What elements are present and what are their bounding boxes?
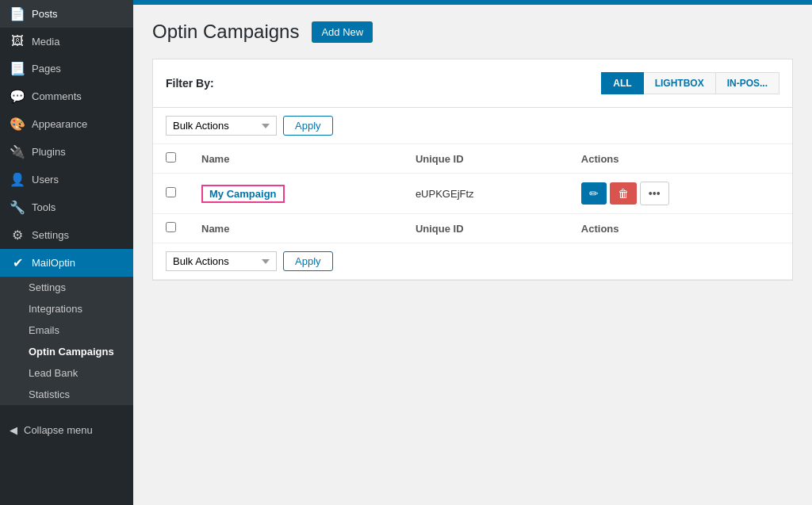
sidebar-item-users[interactable]: 👤 Users bbox=[0, 166, 133, 193]
header-name: Name bbox=[189, 144, 403, 174]
sidebar-item-posts[interactable]: 📄 Posts bbox=[0, 0, 133, 28]
sidebar-item-mailoptin[interactable]: ✔ MailOptin bbox=[0, 249, 133, 277]
select-all-checkbox[interactable] bbox=[166, 152, 176, 163]
sidebar-item-plugins[interactable]: 🔌 Plugins bbox=[0, 138, 133, 166]
filter-btn-lightbox[interactable]: LIGHTBOX bbox=[644, 72, 716, 94]
sidebar-submenu-item-emails[interactable]: Emails bbox=[0, 319, 133, 341]
header-check bbox=[153, 144, 189, 174]
appearance-icon: 🎨 bbox=[10, 117, 25, 132]
mailoptin-icon: ✔ bbox=[10, 255, 25, 270]
sidebar-submenu-item-optin[interactable]: Optin Campaigns bbox=[0, 341, 133, 362]
trash-icon: 🗑 bbox=[618, 187, 629, 200]
campaigns-table: Name Unique ID Actions My Campaign eUPKG… bbox=[153, 144, 792, 243]
plugins-icon: 🔌 bbox=[10, 144, 25, 159]
users-icon: 👤 bbox=[10, 172, 25, 187]
sidebar-item-label: MailOptin bbox=[32, 257, 75, 269]
sidebar-submenu-item-statistics[interactable]: Statistics bbox=[0, 384, 133, 405]
filter-btn-inpos[interactable]: IN-POS... bbox=[716, 72, 779, 94]
filter-buttons: ALL LIGHTBOX IN-POS... bbox=[601, 72, 779, 94]
footer-uid: Unique ID bbox=[403, 214, 569, 243]
table-footer-header-row: Name Unique ID Actions bbox=[153, 214, 792, 243]
row-uid: eUPKGEjFtz bbox=[403, 174, 569, 214]
table-row: My Campaign eUPKGEjFtz ✏ 🗑 bbox=[153, 174, 792, 214]
filter-label: Filter By: bbox=[166, 77, 214, 90]
sidebar-item-label: Pages bbox=[32, 63, 61, 75]
page-title: Optin Campaigns bbox=[152, 21, 299, 43]
mailoptin-submenu: Settings Integrations Emails Optin Campa… bbox=[0, 277, 133, 405]
sidebar-item-comments[interactable]: 💬 Comments bbox=[0, 82, 133, 110]
apply-btn-top[interactable]: Apply bbox=[283, 116, 333, 136]
more-icon: ••• bbox=[649, 187, 661, 200]
add-new-button[interactable]: Add New bbox=[312, 21, 373, 43]
sidebar-item-label: Users bbox=[32, 174, 59, 186]
collapse-menu-btn[interactable]: ◀ Collapse menu bbox=[0, 418, 133, 442]
pages-icon: 📃 bbox=[10, 61, 25, 76]
sidebar-item-label: Appearance bbox=[32, 118, 87, 130]
row-name: My Campaign bbox=[189, 174, 403, 214]
sidebar-item-tools[interactable]: 🔧 Tools bbox=[0, 193, 133, 221]
row-actions: ✏ 🗑 ••• bbox=[569, 174, 792, 214]
footer-actions: Actions bbox=[569, 214, 792, 243]
tools-icon: 🔧 bbox=[10, 200, 25, 215]
filter-btn-all[interactable]: ALL bbox=[601, 72, 643, 94]
bulk-actions-top: Bulk Actions Delete Apply bbox=[153, 108, 792, 144]
collapse-icon: ◀ bbox=[10, 424, 17, 436]
apply-btn-bottom[interactable]: Apply bbox=[283, 251, 333, 271]
bulk-actions-bottom: Bulk Actions Delete Apply bbox=[153, 243, 792, 280]
footer-checkbox[interactable] bbox=[166, 222, 176, 232]
row-checkbox[interactable] bbox=[166, 187, 176, 197]
page-header: Optin Campaigns Add New bbox=[152, 21, 793, 43]
sidebar: 📄 Posts 🖼 Media 📃 Pages 💬 Comments 🎨 App… bbox=[0, 0, 133, 505]
header-uid: Unique ID bbox=[403, 144, 569, 174]
sidebar-item-label: Media bbox=[32, 36, 59, 48]
sidebar-item-label: Tools bbox=[32, 201, 56, 213]
media-icon: 🖼 bbox=[10, 34, 25, 48]
settings-icon: ⚙ bbox=[10, 228, 25, 243]
footer-check bbox=[153, 214, 189, 243]
campaign-name-link[interactable]: My Campaign bbox=[201, 185, 285, 203]
main-content: Optin Campaigns Add New Filter By: ALL L… bbox=[133, 0, 812, 505]
delete-button[interactable]: 🗑 bbox=[610, 182, 637, 205]
pencil-icon: ✏ bbox=[589, 187, 599, 200]
actions-col: ✏ 🗑 ••• bbox=[581, 182, 779, 205]
sidebar-item-label: Posts bbox=[32, 8, 58, 20]
sidebar-item-media[interactable]: 🖼 Media bbox=[0, 28, 133, 55]
collapse-menu-label: Collapse menu bbox=[24, 424, 93, 436]
table-section: Bulk Actions Delete Apply Name Unique ID… bbox=[152, 108, 793, 281]
content-area: Optin Campaigns Add New Filter By: ALL L… bbox=[133, 5, 812, 505]
sidebar-item-label: Settings bbox=[32, 229, 69, 241]
bulk-actions-select-bottom[interactable]: Bulk Actions Delete bbox=[166, 251, 277, 271]
sidebar-item-settings[interactable]: ⚙ Settings bbox=[0, 221, 133, 249]
table-header-row: Name Unique ID Actions bbox=[153, 144, 792, 174]
comments-icon: 💬 bbox=[10, 89, 25, 104]
sidebar-item-appearance[interactable]: 🎨 Appearance bbox=[0, 110, 133, 138]
filter-section: Filter By: ALL LIGHTBOX IN-POS... bbox=[152, 59, 793, 108]
bulk-actions-select-top[interactable]: Bulk Actions Delete bbox=[166, 116, 277, 136]
sidebar-submenu-item-settings[interactable]: Settings bbox=[0, 277, 133, 298]
header-actions: Actions bbox=[569, 144, 792, 174]
sidebar-item-pages[interactable]: 📃 Pages bbox=[0, 55, 133, 82]
posts-icon: 📄 bbox=[10, 6, 25, 21]
sidebar-submenu-item-leadbank[interactable]: Lead Bank bbox=[0, 362, 133, 384]
sidebar-item-label: Plugins bbox=[32, 146, 66, 158]
footer-name: Name bbox=[189, 214, 403, 243]
more-button[interactable]: ••• bbox=[640, 182, 669, 205]
sidebar-item-label: Comments bbox=[32, 90, 82, 102]
sidebar-submenu-item-integrations[interactable]: Integrations bbox=[0, 298, 133, 319]
edit-button[interactable]: ✏ bbox=[581, 182, 607, 205]
row-check bbox=[153, 174, 189, 214]
